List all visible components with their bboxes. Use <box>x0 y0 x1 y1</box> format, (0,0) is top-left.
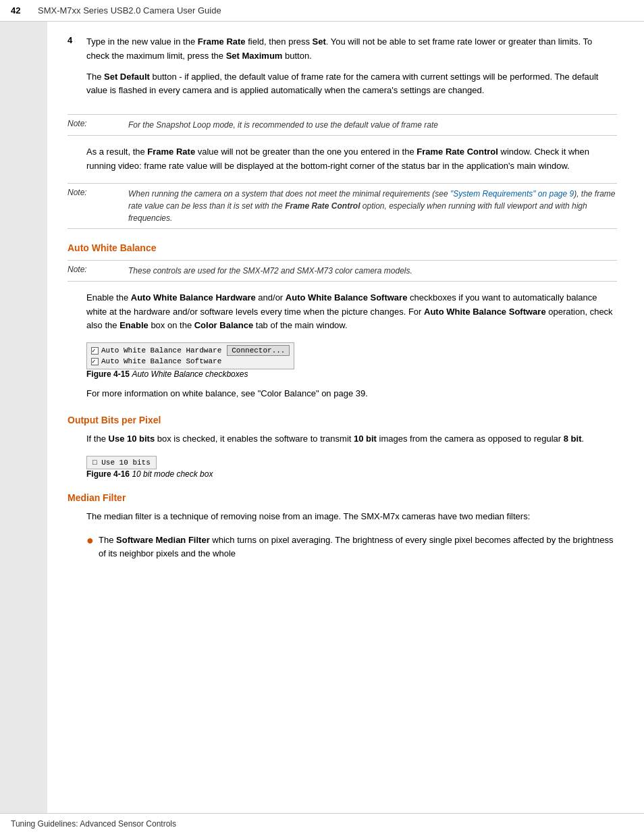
awb-heading: Auto White Balance <box>68 242 617 253</box>
framerate-para: As a result, the Frame Rate value will n… <box>86 145 617 174</box>
left-margin <box>0 22 47 813</box>
note-1-row: Note: For the Snapshot Loop mode, it is … <box>68 114 617 136</box>
awb-sw-row: Auto White Balance Software <box>91 357 290 365</box>
mf-heading: Median Filter <box>68 492 617 503</box>
step-text: Type in the new value in the Frame Rate … <box>86 35 617 105</box>
mf-bullet-list: ● The Software Median Filter which turns… <box>86 533 617 562</box>
awb-ui-mockup: Auto White Balance Hardware Connector...… <box>86 342 294 369</box>
obpp-ui-mockup: □ Use 10 bits <box>86 456 157 469</box>
obpp-heading: Output Bits per Pixel <box>68 415 617 425</box>
note-1-label: Note: <box>68 119 128 131</box>
awb-hw-checkbox <box>91 347 99 355</box>
obpp-figure-container: □ Use 10 bits Figure 4-16 10 bit mode ch… <box>86 456 617 479</box>
awb-sw-label: Auto White Balance Software <box>101 357 221 365</box>
obpp-para: If the Use 10 bits box is checked, it en… <box>86 432 617 446</box>
awb-note-label: Note: <box>68 265 128 277</box>
page-number: 42 <box>11 5 38 16</box>
note-1-text: For the Snapshot Loop mode, it is recomm… <box>128 119 617 131</box>
awb-sw-checkbox <box>91 358 99 365</box>
step4-para1: Type in the new value in the Frame Rate … <box>86 35 617 63</box>
system-req-link[interactable]: "System Requirements" on page 9 <box>450 189 574 199</box>
footer-text: Tuning Guidelines: Advanced Sensor Contr… <box>11 819 176 829</box>
mf-bullet-1: ● The Software Median Filter which turns… <box>86 533 617 562</box>
bottom-bar: Tuning Guidelines: Advanced Sensor Contr… <box>0 813 644 834</box>
bullet-dot-1: ● <box>86 533 99 562</box>
obpp-figure-caption: Figure 4-16 10 bit mode check box <box>86 469 617 479</box>
color-balance-link[interactable]: "Color Balance" on page 39 <box>258 388 366 398</box>
note-2-row: Note: When running the camera on a syste… <box>68 183 617 229</box>
note-2-text: When running the camera on a system that… <box>128 188 617 224</box>
step-4-block: 4 Type in the new value in the Frame Rat… <box>68 35 617 105</box>
connector-button[interactable]: Connector... <box>227 345 290 356</box>
bullet-text-1: The Software Median Filter which turns o… <box>99 533 617 562</box>
awb-hw-row: Auto White Balance Hardware Connector... <box>91 345 290 356</box>
mf-para1: The median filter is a technique of remo… <box>86 510 617 524</box>
awb-figure-caption: Figure 4-15 Auto White Balance checkboxe… <box>86 369 617 379</box>
obpp-checkbox-label: □ Use 10 bits <box>92 459 151 467</box>
page-wrapper: 42 SMX-M7xx Series USB2.0 Camera User Gu… <box>0 0 644 834</box>
content-area: 4 Type in the new value in the Frame Rat… <box>47 22 644 813</box>
awb-hw-label: Auto White Balance Hardware <box>101 346 221 355</box>
awb-figure-container: Auto White Balance Hardware Connector...… <box>86 342 617 379</box>
top-bar: 42 SMX-M7xx Series USB2.0 Camera User Gu… <box>0 0 644 22</box>
awb-para: Enable the Auto White Balance Hardware a… <box>86 291 617 333</box>
awb-note-row: Note: These controls are used for the SM… <box>68 260 617 282</box>
note-2-label: Note: <box>68 188 128 224</box>
step-number: 4 <box>68 35 86 105</box>
awb-note-text: These controls are used for the SMX-M72 … <box>128 265 617 277</box>
step4-para2: The Set Default button - if applied, the… <box>86 70 617 99</box>
main-content: 4 Type in the new value in the Frame Rat… <box>0 22 644 813</box>
awb-para2: For more information on white balance, s… <box>86 387 617 401</box>
top-title: SMX-M7xx Series USB2.0 Camera User Guide <box>38 5 221 16</box>
